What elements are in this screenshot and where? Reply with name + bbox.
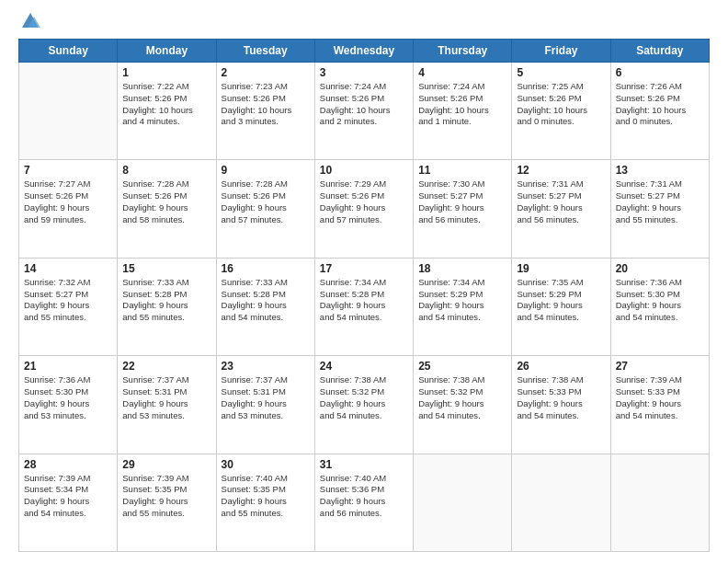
day-number: 28 <box>24 458 112 471</box>
calendar-cell: 15Sunrise: 7:33 AMSunset: 5:28 PMDayligh… <box>118 258 216 355</box>
calendar-week-1: 1Sunrise: 7:22 AMSunset: 5:26 PMDaylight… <box>19 63 710 160</box>
calendar-cell: 22Sunrise: 7:37 AMSunset: 5:31 PMDayligh… <box>118 356 216 454</box>
day-number: 3 <box>320 66 408 79</box>
day-number: 6 <box>616 66 704 79</box>
day-info: Sunrise: 7:25 AMSunset: 5:26 PMDaylight:… <box>517 81 605 128</box>
day-number: 9 <box>222 164 310 177</box>
calendar-cell <box>19 63 118 160</box>
day-number: 21 <box>24 360 112 373</box>
day-info: Sunrise: 7:31 AMSunset: 5:27 PMDaylight:… <box>517 178 605 225</box>
calendar-cell: 5Sunrise: 7:25 AMSunset: 5:26 PMDaylight… <box>512 63 610 160</box>
calendar-cell: 28Sunrise: 7:39 AMSunset: 5:34 PMDayligh… <box>19 454 118 551</box>
day-info: Sunrise: 7:28 AMSunset: 5:26 PMDaylight:… <box>122 178 210 225</box>
day-info: Sunrise: 7:27 AMSunset: 5:26 PMDaylight:… <box>24 178 112 225</box>
day-number: 25 <box>418 360 506 373</box>
day-info: Sunrise: 7:24 AMSunset: 5:26 PMDaylight:… <box>418 81 506 128</box>
calendar-cell: 11Sunrise: 7:30 AMSunset: 5:27 PMDayligh… <box>414 160 512 258</box>
day-info: Sunrise: 7:38 AMSunset: 5:33 PMDaylight:… <box>517 374 605 421</box>
day-number: 4 <box>418 66 506 79</box>
calendar-header-wednesday: Wednesday <box>314 40 413 63</box>
day-number: 12 <box>517 164 605 177</box>
day-number: 8 <box>122 164 210 177</box>
calendar-cell: 7Sunrise: 7:27 AMSunset: 5:26 PMDaylight… <box>19 160 118 258</box>
day-number: 11 <box>418 164 506 177</box>
day-number: 18 <box>418 262 506 275</box>
calendar-cell: 12Sunrise: 7:31 AMSunset: 5:27 PMDayligh… <box>512 160 610 258</box>
calendar-cell <box>512 454 610 551</box>
calendar-cell: 23Sunrise: 7:37 AMSunset: 5:31 PMDayligh… <box>216 356 314 454</box>
day-info: Sunrise: 7:38 AMSunset: 5:32 PMDaylight:… <box>418 374 506 421</box>
day-number: 1 <box>122 66 210 79</box>
calendar-cell: 20Sunrise: 7:36 AMSunset: 5:30 PMDayligh… <box>610 258 709 355</box>
day-info: Sunrise: 7:32 AMSunset: 5:27 PMDaylight:… <box>24 277 112 324</box>
calendar-cell <box>610 454 709 551</box>
calendar-week-3: 14Sunrise: 7:32 AMSunset: 5:27 PMDayligh… <box>19 258 710 355</box>
day-info: Sunrise: 7:40 AMSunset: 5:36 PMDaylight:… <box>320 473 408 520</box>
calendar-header-sunday: Sunday <box>19 40 118 63</box>
calendar-cell: 19Sunrise: 7:35 AMSunset: 5:29 PMDayligh… <box>512 258 610 355</box>
calendar-cell: 26Sunrise: 7:38 AMSunset: 5:33 PMDayligh… <box>512 356 610 454</box>
calendar-cell: 13Sunrise: 7:31 AMSunset: 5:27 PMDayligh… <box>610 160 709 258</box>
calendar-cell: 21Sunrise: 7:36 AMSunset: 5:30 PMDayligh… <box>19 356 118 454</box>
calendar-cell: 18Sunrise: 7:34 AMSunset: 5:29 PMDayligh… <box>414 258 512 355</box>
day-number: 16 <box>222 262 310 275</box>
calendar-header-saturday: Saturday <box>610 40 709 63</box>
calendar-cell: 27Sunrise: 7:39 AMSunset: 5:33 PMDayligh… <box>610 356 709 454</box>
calendar-cell: 29Sunrise: 7:39 AMSunset: 5:35 PMDayligh… <box>118 454 216 551</box>
day-number: 29 <box>122 458 210 471</box>
day-number: 5 <box>517 66 605 79</box>
day-info: Sunrise: 7:38 AMSunset: 5:32 PMDaylight:… <box>320 374 408 421</box>
day-number: 23 <box>222 360 310 373</box>
calendar-header-monday: Monday <box>118 40 216 63</box>
day-number: 10 <box>320 164 408 177</box>
day-info: Sunrise: 7:39 AMSunset: 5:33 PMDaylight:… <box>616 374 704 421</box>
day-info: Sunrise: 7:34 AMSunset: 5:29 PMDaylight:… <box>418 277 506 324</box>
calendar-header-tuesday: Tuesday <box>216 40 314 63</box>
calendar-cell: 1Sunrise: 7:22 AMSunset: 5:26 PMDaylight… <box>118 63 216 160</box>
day-number: 7 <box>24 164 112 177</box>
calendar-cell: 2Sunrise: 7:23 AMSunset: 5:26 PMDaylight… <box>216 63 314 160</box>
day-number: 14 <box>24 262 112 275</box>
logo-icon <box>20 11 40 31</box>
day-number: 2 <box>222 66 310 79</box>
calendar-cell: 6Sunrise: 7:26 AMSunset: 5:26 PMDaylight… <box>610 63 709 160</box>
day-number: 13 <box>616 164 704 177</box>
day-info: Sunrise: 7:39 AMSunset: 5:34 PMDaylight:… <box>24 473 112 520</box>
header <box>18 15 710 29</box>
calendar-cell: 8Sunrise: 7:28 AMSunset: 5:26 PMDaylight… <box>118 160 216 258</box>
day-info: Sunrise: 7:37 AMSunset: 5:31 PMDaylight:… <box>222 374 310 421</box>
day-number: 19 <box>517 262 605 275</box>
day-number: 30 <box>222 458 310 471</box>
day-info: Sunrise: 7:36 AMSunset: 5:30 PMDaylight:… <box>24 374 112 421</box>
calendar-cell <box>414 454 512 551</box>
day-info: Sunrise: 7:33 AMSunset: 5:28 PMDaylight:… <box>222 277 310 324</box>
calendar-cell: 17Sunrise: 7:34 AMSunset: 5:28 PMDayligh… <box>314 258 413 355</box>
day-info: Sunrise: 7:31 AMSunset: 5:27 PMDaylight:… <box>616 178 704 225</box>
day-info: Sunrise: 7:22 AMSunset: 5:26 PMDaylight:… <box>122 81 210 128</box>
calendar-header-thursday: Thursday <box>414 40 512 63</box>
day-info: Sunrise: 7:23 AMSunset: 5:26 PMDaylight:… <box>222 81 310 128</box>
day-info: Sunrise: 7:30 AMSunset: 5:27 PMDaylight:… <box>418 178 506 225</box>
day-info: Sunrise: 7:24 AMSunset: 5:26 PMDaylight:… <box>320 81 408 128</box>
calendar-cell: 10Sunrise: 7:29 AMSunset: 5:26 PMDayligh… <box>314 160 413 258</box>
day-number: 24 <box>320 360 408 373</box>
calendar-cell: 30Sunrise: 7:40 AMSunset: 5:35 PMDayligh… <box>216 454 314 551</box>
calendar-table: SundayMondayTuesdayWednesdayThursdayFrid… <box>18 39 710 552</box>
day-info: Sunrise: 7:39 AMSunset: 5:35 PMDaylight:… <box>122 473 210 520</box>
calendar-cell: 4Sunrise: 7:24 AMSunset: 5:26 PMDaylight… <box>414 63 512 160</box>
day-info: Sunrise: 7:28 AMSunset: 5:26 PMDaylight:… <box>222 178 310 225</box>
calendar-header-row: SundayMondayTuesdayWednesdayThursdayFrid… <box>19 40 710 63</box>
calendar-week-2: 7Sunrise: 7:27 AMSunset: 5:26 PMDaylight… <box>19 160 710 258</box>
day-info: Sunrise: 7:36 AMSunset: 5:30 PMDaylight:… <box>616 277 704 324</box>
calendar-cell: 31Sunrise: 7:40 AMSunset: 5:36 PMDayligh… <box>314 454 413 551</box>
day-info: Sunrise: 7:34 AMSunset: 5:28 PMDaylight:… <box>320 277 408 324</box>
day-number: 15 <box>122 262 210 275</box>
day-info: Sunrise: 7:33 AMSunset: 5:28 PMDaylight:… <box>122 277 210 324</box>
day-number: 20 <box>616 262 704 275</box>
page: SundayMondayTuesdayWednesdayThursdayFrid… <box>0 0 728 563</box>
logo <box>18 15 40 29</box>
calendar-week-4: 21Sunrise: 7:36 AMSunset: 5:30 PMDayligh… <box>19 356 710 454</box>
calendar-cell: 14Sunrise: 7:32 AMSunset: 5:27 PMDayligh… <box>19 258 118 355</box>
day-number: 31 <box>320 458 408 471</box>
day-info: Sunrise: 7:35 AMSunset: 5:29 PMDaylight:… <box>517 277 605 324</box>
